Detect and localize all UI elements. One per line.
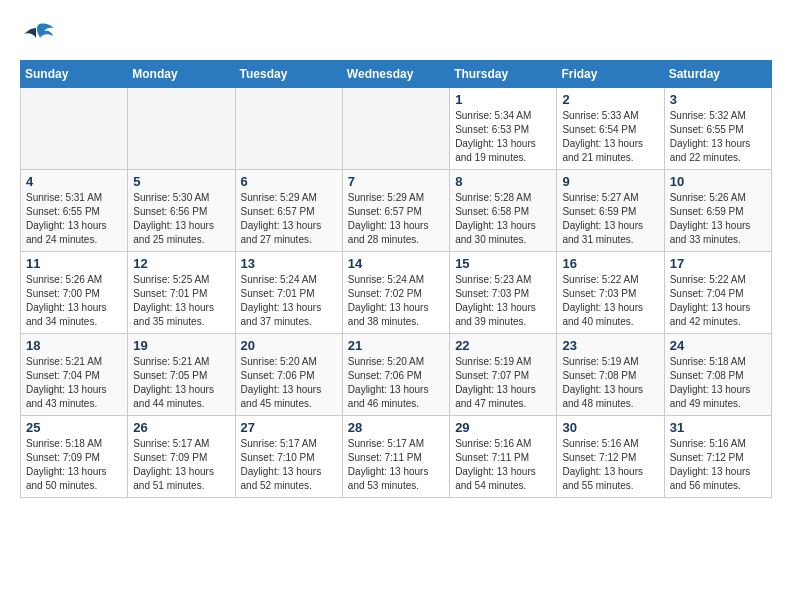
day-number: 17: [670, 256, 766, 271]
day-info: Sunrise: 5:29 AM Sunset: 6:57 PM Dayligh…: [348, 191, 444, 247]
day-number: 7: [348, 174, 444, 189]
calendar-cell: 10Sunrise: 5:26 AM Sunset: 6:59 PM Dayli…: [664, 170, 771, 252]
calendar-cell: 26Sunrise: 5:17 AM Sunset: 7:09 PM Dayli…: [128, 416, 235, 498]
weekday-header-wednesday: Wednesday: [342, 61, 449, 88]
day-info: Sunrise: 5:21 AM Sunset: 7:04 PM Dayligh…: [26, 355, 122, 411]
weekday-header-thursday: Thursday: [450, 61, 557, 88]
calendar-table: SundayMondayTuesdayWednesdayThursdayFrid…: [20, 60, 772, 498]
day-number: 31: [670, 420, 766, 435]
day-info: Sunrise: 5:33 AM Sunset: 6:54 PM Dayligh…: [562, 109, 658, 165]
day-info: Sunrise: 5:21 AM Sunset: 7:05 PM Dayligh…: [133, 355, 229, 411]
day-number: 30: [562, 420, 658, 435]
page-header: [20, 20, 772, 50]
day-info: Sunrise: 5:22 AM Sunset: 7:03 PM Dayligh…: [562, 273, 658, 329]
day-info: Sunrise: 5:28 AM Sunset: 6:58 PM Dayligh…: [455, 191, 551, 247]
day-info: Sunrise: 5:22 AM Sunset: 7:04 PM Dayligh…: [670, 273, 766, 329]
day-info: Sunrise: 5:17 AM Sunset: 7:10 PM Dayligh…: [241, 437, 337, 493]
day-info: Sunrise: 5:24 AM Sunset: 7:02 PM Dayligh…: [348, 273, 444, 329]
day-info: Sunrise: 5:32 AM Sunset: 6:55 PM Dayligh…: [670, 109, 766, 165]
day-info: Sunrise: 5:17 AM Sunset: 7:11 PM Dayligh…: [348, 437, 444, 493]
week-row-1: 1Sunrise: 5:34 AM Sunset: 6:53 PM Daylig…: [21, 88, 772, 170]
day-info: Sunrise: 5:18 AM Sunset: 7:09 PM Dayligh…: [26, 437, 122, 493]
calendar-cell: 17Sunrise: 5:22 AM Sunset: 7:04 PM Dayli…: [664, 252, 771, 334]
day-number: 6: [241, 174, 337, 189]
calendar-cell: 7Sunrise: 5:29 AM Sunset: 6:57 PM Daylig…: [342, 170, 449, 252]
calendar-cell: 20Sunrise: 5:20 AM Sunset: 7:06 PM Dayli…: [235, 334, 342, 416]
calendar-cell: [342, 88, 449, 170]
day-number: 20: [241, 338, 337, 353]
day-number: 3: [670, 92, 766, 107]
day-number: 24: [670, 338, 766, 353]
day-number: 8: [455, 174, 551, 189]
day-number: 11: [26, 256, 122, 271]
calendar-cell: 12Sunrise: 5:25 AM Sunset: 7:01 PM Dayli…: [128, 252, 235, 334]
day-number: 26: [133, 420, 229, 435]
weekday-header-row: SundayMondayTuesdayWednesdayThursdayFrid…: [21, 61, 772, 88]
day-info: Sunrise: 5:19 AM Sunset: 7:08 PM Dayligh…: [562, 355, 658, 411]
calendar-cell: [128, 88, 235, 170]
calendar-cell: 19Sunrise: 5:21 AM Sunset: 7:05 PM Dayli…: [128, 334, 235, 416]
calendar-cell: 6Sunrise: 5:29 AM Sunset: 6:57 PM Daylig…: [235, 170, 342, 252]
day-number: 13: [241, 256, 337, 271]
calendar-cell: 24Sunrise: 5:18 AM Sunset: 7:08 PM Dayli…: [664, 334, 771, 416]
day-info: Sunrise: 5:26 AM Sunset: 6:59 PM Dayligh…: [670, 191, 766, 247]
day-info: Sunrise: 5:16 AM Sunset: 7:11 PM Dayligh…: [455, 437, 551, 493]
day-info: Sunrise: 5:29 AM Sunset: 6:57 PM Dayligh…: [241, 191, 337, 247]
calendar-cell: 27Sunrise: 5:17 AM Sunset: 7:10 PM Dayli…: [235, 416, 342, 498]
calendar-cell: 13Sunrise: 5:24 AM Sunset: 7:01 PM Dayli…: [235, 252, 342, 334]
weekday-header-saturday: Saturday: [664, 61, 771, 88]
day-info: Sunrise: 5:18 AM Sunset: 7:08 PM Dayligh…: [670, 355, 766, 411]
day-number: 23: [562, 338, 658, 353]
calendar-cell: 8Sunrise: 5:28 AM Sunset: 6:58 PM Daylig…: [450, 170, 557, 252]
calendar-cell: 28Sunrise: 5:17 AM Sunset: 7:11 PM Dayli…: [342, 416, 449, 498]
day-number: 25: [26, 420, 122, 435]
day-number: 15: [455, 256, 551, 271]
day-info: Sunrise: 5:34 AM Sunset: 6:53 PM Dayligh…: [455, 109, 551, 165]
day-info: Sunrise: 5:16 AM Sunset: 7:12 PM Dayligh…: [562, 437, 658, 493]
day-info: Sunrise: 5:20 AM Sunset: 7:06 PM Dayligh…: [348, 355, 444, 411]
calendar-cell: [235, 88, 342, 170]
day-info: Sunrise: 5:24 AM Sunset: 7:01 PM Dayligh…: [241, 273, 337, 329]
weekday-header-friday: Friday: [557, 61, 664, 88]
weekday-header-monday: Monday: [128, 61, 235, 88]
day-number: 1: [455, 92, 551, 107]
day-number: 29: [455, 420, 551, 435]
day-number: 18: [26, 338, 122, 353]
day-info: Sunrise: 5:16 AM Sunset: 7:12 PM Dayligh…: [670, 437, 766, 493]
weekday-header-sunday: Sunday: [21, 61, 128, 88]
day-info: Sunrise: 5:26 AM Sunset: 7:00 PM Dayligh…: [26, 273, 122, 329]
day-number: 28: [348, 420, 444, 435]
logo: [20, 20, 62, 50]
calendar-cell: 18Sunrise: 5:21 AM Sunset: 7:04 PM Dayli…: [21, 334, 128, 416]
day-number: 9: [562, 174, 658, 189]
day-number: 19: [133, 338, 229, 353]
calendar-cell: 11Sunrise: 5:26 AM Sunset: 7:00 PM Dayli…: [21, 252, 128, 334]
calendar-cell: 9Sunrise: 5:27 AM Sunset: 6:59 PM Daylig…: [557, 170, 664, 252]
week-row-3: 11Sunrise: 5:26 AM Sunset: 7:00 PM Dayli…: [21, 252, 772, 334]
day-number: 14: [348, 256, 444, 271]
day-info: Sunrise: 5:19 AM Sunset: 7:07 PM Dayligh…: [455, 355, 551, 411]
day-info: Sunrise: 5:17 AM Sunset: 7:09 PM Dayligh…: [133, 437, 229, 493]
week-row-5: 25Sunrise: 5:18 AM Sunset: 7:09 PM Dayli…: [21, 416, 772, 498]
calendar-cell: 16Sunrise: 5:22 AM Sunset: 7:03 PM Dayli…: [557, 252, 664, 334]
weekday-header-tuesday: Tuesday: [235, 61, 342, 88]
day-info: Sunrise: 5:20 AM Sunset: 7:06 PM Dayligh…: [241, 355, 337, 411]
day-number: 16: [562, 256, 658, 271]
calendar-cell: 31Sunrise: 5:16 AM Sunset: 7:12 PM Dayli…: [664, 416, 771, 498]
day-number: 10: [670, 174, 766, 189]
day-info: Sunrise: 5:31 AM Sunset: 6:55 PM Dayligh…: [26, 191, 122, 247]
calendar-cell: [21, 88, 128, 170]
week-row-2: 4Sunrise: 5:31 AM Sunset: 6:55 PM Daylig…: [21, 170, 772, 252]
calendar-cell: 23Sunrise: 5:19 AM Sunset: 7:08 PM Dayli…: [557, 334, 664, 416]
day-number: 22: [455, 338, 551, 353]
day-number: 5: [133, 174, 229, 189]
day-info: Sunrise: 5:30 AM Sunset: 6:56 PM Dayligh…: [133, 191, 229, 247]
day-info: Sunrise: 5:23 AM Sunset: 7:03 PM Dayligh…: [455, 273, 551, 329]
calendar-cell: 29Sunrise: 5:16 AM Sunset: 7:11 PM Dayli…: [450, 416, 557, 498]
day-number: 2: [562, 92, 658, 107]
logo-bird-icon: [20, 20, 56, 50]
day-info: Sunrise: 5:25 AM Sunset: 7:01 PM Dayligh…: [133, 273, 229, 329]
day-info: Sunrise: 5:27 AM Sunset: 6:59 PM Dayligh…: [562, 191, 658, 247]
calendar-cell: 2Sunrise: 5:33 AM Sunset: 6:54 PM Daylig…: [557, 88, 664, 170]
calendar-cell: 14Sunrise: 5:24 AM Sunset: 7:02 PM Dayli…: [342, 252, 449, 334]
